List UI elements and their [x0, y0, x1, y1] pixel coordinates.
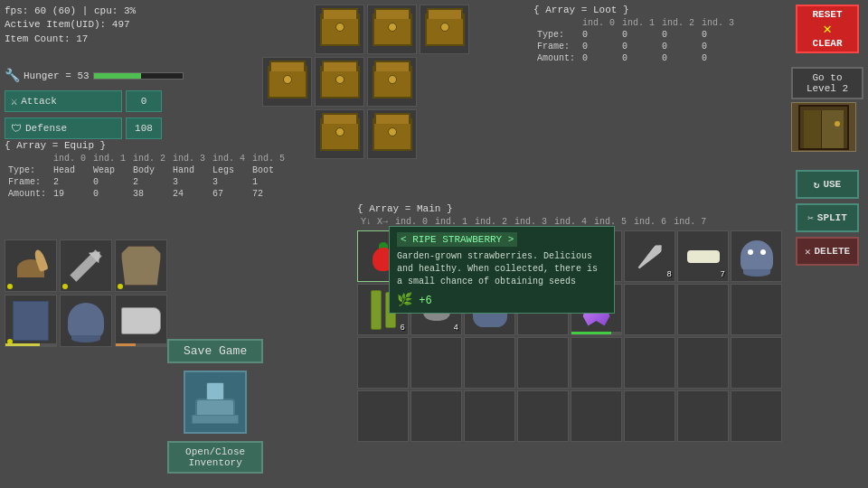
item-tooltip: < RIPE STRAWBERRY > Garden-grown strawbe… [389, 226, 615, 314]
chest-icon-6 [373, 66, 412, 99]
active-item-display: Active Item(UID): 497 [5, 18, 136, 32]
inv-slot-empty-10[interactable] [571, 337, 622, 389]
attack-row: ⚔ Attack 0 [5, 90, 162, 112]
open-close-inventory-button[interactable]: Open/CloseInventory [167, 441, 263, 474]
attack-value: 0 [126, 90, 162, 112]
chest-slot-7[interactable] [315, 109, 364, 159]
stats-panel: fps: 60 (60) | cpu: 3% Active Item(UID):… [5, 5, 136, 46]
attack-icon: ⚔ [11, 95, 17, 108]
chest-slot-empty-6[interactable] [420, 109, 469, 159]
save-game-button[interactable]: Save Game [167, 339, 263, 363]
loot-array-section: { Array = Loot } ind. 0 ind. 1 ind. 2 in… [533, 5, 738, 64]
chest-icon-5 [320, 66, 360, 99]
chest-slot-empty-8[interactable] [262, 162, 312, 211]
chest-slot-5[interactable] [315, 57, 364, 107]
inv-slot-empty-9[interactable] [517, 337, 569, 389]
chest-icon-7 [320, 118, 360, 151]
chest-icon-1 [320, 14, 360, 46]
inv-slot-empty-3[interactable] [624, 284, 675, 335]
knife-icon [635, 241, 665, 271]
chest-icon-4 [268, 66, 307, 99]
chest-slot-empty-5[interactable] [262, 109, 312, 159]
use-icon: ↻ [814, 179, 820, 191]
loot-array-table: ind. 0 ind. 1 ind. 2 ind. 3 Type:0000 Fr… [533, 17, 738, 64]
defense-icon: 🛡 [11, 122, 22, 136]
save-icon [184, 371, 247, 434]
inv-slot-empty-21[interactable] [731, 390, 782, 442]
chest-slot-empty-7[interactable] [472, 109, 522, 159]
equip-slots [5, 239, 167, 347]
inv-slot-octopus-2[interactable] [731, 230, 782, 282]
item-count-display: Item Count: 17 [5, 33, 136, 46]
inv-slot-bone[interactable]: 7 [677, 230, 729, 282]
attack-label: Attack [21, 96, 57, 107]
right-panel: RESET ✕ CLEAR Go to Level 2 ↻ USE ✂ SPLI… [791, 5, 863, 266]
goto-level-button[interactable]: Go to Level 2 [791, 67, 863, 99]
inv-slot-empty-8[interactable] [464, 337, 515, 389]
reset-label: RESET [805, 9, 850, 20]
equip-array-section: { Array = Equip } ind. 0 ind. 1 ind. 2 i… [5, 140, 288, 200]
inv-slot-empty-13[interactable] [731, 337, 782, 389]
equip-slot-5[interactable] [115, 295, 167, 347]
equip-slot-2[interactable] [115, 239, 167, 292]
chest-slot-empty-4[interactable] [472, 57, 522, 107]
save-game-panel: Save Game Open/CloseInventory [167, 339, 263, 474]
equip-array-table: ind. 0 ind. 1 ind. 2 ind. 3 ind. 4 ind. … [5, 153, 288, 200]
hunger-bar-bg [93, 72, 184, 80]
tooltip-bonus-value: +6 [419, 295, 431, 307]
defense-row: 🛡 Defense 108 [5, 117, 162, 139]
chest-slot-3[interactable] [420, 5, 469, 54]
inv-slot-empty-7[interactable] [410, 337, 462, 389]
defense-button[interactable]: 🛡 Defense [5, 117, 122, 139]
equip-slot-4[interactable] [60, 295, 112, 347]
inv-slot-empty-14[interactable] [357, 390, 409, 442]
inv-slot-empty-17[interactable] [517, 390, 569, 442]
chest-icon-3 [425, 14, 465, 46]
chest-slot-4[interactable] [262, 57, 312, 107]
equip-array-title: { Array = Equip } [5, 140, 288, 151]
inv-slot-empty-5[interactable] [731, 284, 782, 335]
equip-slot-1[interactable] [60, 239, 112, 292]
goto-section: Go to Level 2 [791, 67, 863, 152]
goto-label: Go to Level 2 [807, 72, 848, 94]
defense-label: Defense [25, 123, 67, 134]
chest-slot-6[interactable] [367, 57, 417, 107]
inv-slot-empty-18[interactable] [571, 390, 622, 442]
pants-icon [13, 301, 49, 341]
equip-slot-0[interactable] [5, 239, 57, 292]
hunger-section: 🔧 Hunger = 53 [5, 68, 184, 83]
inv-slot-empty-20[interactable] [677, 390, 729, 442]
clear-label: CLEAR [805, 38, 850, 49]
use-button[interactable]: ↻ USE [796, 170, 859, 199]
chest-slot-empty-2[interactable] [472, 5, 522, 54]
defense-value: 108 [126, 117, 162, 139]
delete-icon: ✕ [805, 246, 811, 258]
equip-slot-3[interactable] [5, 295, 57, 347]
inv-slot-knife[interactable]: 8 [624, 230, 675, 282]
chest-slot-2[interactable] [367, 5, 417, 54]
inv-slot-empty-15[interactable] [410, 390, 462, 442]
chest-slot-empty-3[interactable] [420, 57, 469, 107]
action-buttons: ↻ USE ✂ SPLIT ✕ DELETE [796, 170, 859, 266]
inv-slot-empty-16[interactable] [464, 390, 515, 442]
inv-slot-empty-19[interactable] [624, 390, 675, 442]
split-button[interactable]: ✂ SPLIT [796, 203, 859, 232]
chest-icon-2 [373, 14, 412, 46]
chest-slot-1[interactable] [315, 5, 364, 54]
delete-button[interactable]: ✕ DELETE [796, 237, 859, 266]
chest-slot-empty-1[interactable] [262, 5, 312, 54]
reset-clear-button[interactable]: RESET ✕ CLEAR [796, 5, 859, 53]
fps-display: fps: 60 (60) | cpu: 3% [5, 5, 136, 18]
inv-slot-empty-6[interactable] [357, 337, 409, 389]
attack-button[interactable]: ⚔ Attack [5, 90, 122, 112]
inv-slot-empty-12[interactable] [677, 337, 729, 389]
bamboo-count: 6 [401, 324, 405, 333]
tooltip-bonus: 🌿 +6 [397, 292, 607, 307]
tooltip-title: < RIPE STRAWBERRY > [397, 232, 517, 247]
inv-slot-empty-4[interactable] [677, 284, 729, 335]
bone-count: 7 [721, 270, 725, 279]
inv-slot-empty-11[interactable] [624, 337, 675, 389]
chest-slot-8[interactable] [367, 109, 417, 159]
shoes-icon [121, 307, 161, 334]
hunger-bar-fill [94, 73, 141, 79]
